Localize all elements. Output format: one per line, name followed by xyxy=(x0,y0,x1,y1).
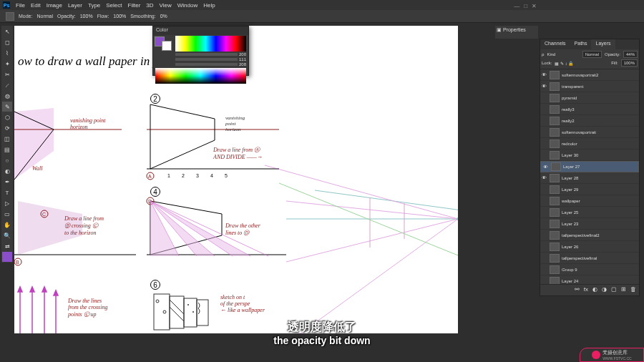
hand-tool-icon[interactable]: ✋ xyxy=(2,220,12,230)
adjustment-icon[interactable]: ◑ xyxy=(602,286,607,294)
layer-row[interactable]: really2 xyxy=(540,115,639,127)
wand-tool-icon[interactable]: ✦ xyxy=(2,59,12,69)
hue-spectrum[interactable] xyxy=(175,36,246,52)
menu-help[interactable]: Help xyxy=(203,2,215,9)
layer-row[interactable]: wallpaper xyxy=(540,195,639,207)
tab-channels[interactable]: Channels xyxy=(540,39,570,49)
layer-row[interactable]: Layer 23 xyxy=(540,218,639,230)
window-maximize-icon[interactable]: □ xyxy=(524,3,527,9)
eraser-tool-icon[interactable]: ◫ xyxy=(2,134,12,144)
menu-3d[interactable]: 3D xyxy=(146,2,153,9)
link-layers-icon[interactable]: ⚯ xyxy=(575,286,580,294)
layers-panel: Channels Paths Layers ρ Kind Normal Opac… xyxy=(540,39,640,296)
svg-marker-6 xyxy=(150,104,215,169)
visibility-icon[interactable]: 👁 xyxy=(542,72,547,77)
zoom-tool-icon[interactable]: 🔍 xyxy=(2,230,12,240)
layer-row[interactable]: Layer 25 xyxy=(540,207,639,218)
fill-input[interactable]: 100% xyxy=(621,59,638,67)
layer-row[interactable]: Group 9 xyxy=(540,264,639,275)
layer-name: Layer 29 xyxy=(562,187,638,192)
menu-type[interactable]: Type xyxy=(88,2,100,9)
window-close-icon[interactable]: ✕ xyxy=(532,3,537,9)
color-slider-2[interactable] xyxy=(175,58,238,61)
layer-list[interactable]: 👁softennovaportrait2👁transparentpyramidr… xyxy=(540,69,639,284)
move-tool-icon[interactable]: ↖ xyxy=(2,26,12,36)
window-minimize-icon[interactable]: — xyxy=(514,3,519,9)
gradient-tool-icon[interactable]: ▤ xyxy=(2,145,12,155)
visibility-icon[interactable]: 👁 xyxy=(542,84,547,89)
layer-opacity-input[interactable]: 44% xyxy=(623,51,638,58)
tab-paths[interactable]: Paths xyxy=(570,39,592,49)
flow-value[interactable]: 100% xyxy=(113,14,126,19)
history-tool-icon[interactable]: ⟳ xyxy=(2,123,12,133)
layer-row[interactable]: 👁transparent xyxy=(540,81,639,92)
menu-edit[interactable]: Edit xyxy=(31,2,41,9)
lock-icons[interactable]: ▦ ✎ ↕ 🔒 xyxy=(555,61,573,66)
menu-view[interactable]: View xyxy=(160,2,172,9)
layer-row[interactable]: 👁Layer 28 xyxy=(540,172,639,184)
eyedropper-tool-icon[interactable]: ⟋ xyxy=(2,80,12,90)
menu-file[interactable]: File xyxy=(16,2,25,9)
layer-thumbnail xyxy=(550,208,560,217)
svg-text:3: 3 xyxy=(196,173,199,178)
group-icon[interactable]: ▢ xyxy=(611,286,617,294)
layer-thumbnail xyxy=(550,140,560,148)
menu-window[interactable]: Window xyxy=(177,2,197,9)
heal-tool-icon[interactable]: ◍ xyxy=(2,91,12,101)
pen-tool-icon[interactable]: ✒ xyxy=(2,177,12,187)
dodge-tool-icon[interactable]: ◐ xyxy=(2,166,12,176)
path-tool-icon[interactable]: ▷ xyxy=(2,198,12,208)
layer-row[interactable]: tallperspectivefinal xyxy=(540,253,639,264)
layer-row[interactable]: Layer 26 xyxy=(540,241,639,253)
menu-filter[interactable]: Filter xyxy=(128,2,141,9)
color-picker-area[interactable] xyxy=(155,68,246,84)
layer-name: softennovaportrait xyxy=(562,130,638,134)
brush-tool-icon[interactable]: ✎ xyxy=(2,102,12,112)
mask-icon[interactable]: ◐ xyxy=(592,286,597,294)
layer-row[interactable]: Layer 29 xyxy=(540,184,639,195)
crop-tool-icon[interactable]: ✂ xyxy=(2,69,12,79)
layer-row[interactable]: Layer 30 xyxy=(540,150,639,161)
fill-label: Fill: xyxy=(611,61,618,65)
layer-row[interactable]: redcolor xyxy=(540,138,639,150)
lasso-tool-icon[interactable]: ⌇ xyxy=(2,48,12,58)
layer-row[interactable]: Layer 24 xyxy=(540,275,639,284)
layer-row[interactable]: 👁softennovaportrait2 xyxy=(540,69,639,81)
fx-icon[interactable]: fx xyxy=(584,286,588,294)
brush-preset-icon[interactable] xyxy=(6,12,14,21)
stamp-tool-icon[interactable]: ⬡ xyxy=(2,112,12,122)
subtitle-en: the opacity bit down xyxy=(273,335,370,346)
shape-tool-icon[interactable]: ▭ xyxy=(2,209,12,219)
blend-select[interactable]: Normal xyxy=(582,51,602,58)
mode-select[interactable]: Normal xyxy=(36,14,53,19)
layer-row[interactable]: softennovaportrait xyxy=(540,127,639,138)
background-color-swatch[interactable] xyxy=(162,41,172,51)
visibility-icon[interactable]: 👁 xyxy=(543,165,549,170)
color-panel[interactable]: Color 200 111 208 xyxy=(152,26,249,76)
visibility-icon[interactable]: 👁 xyxy=(542,175,547,180)
delete-layer-icon[interactable]: 🗑 xyxy=(630,286,636,294)
note-wall: Wall xyxy=(32,165,42,172)
layer-row[interactable]: really3 xyxy=(540,104,639,115)
color-slider-3[interactable] xyxy=(175,63,238,66)
opacity-value[interactable]: 100% xyxy=(80,14,93,19)
color-slider-1[interactable] xyxy=(175,53,238,56)
properties-panel[interactable]: ▣ Properties xyxy=(495,26,538,39)
swap-color-icon[interactable]: ⇄ xyxy=(2,241,12,251)
marquee-tool-icon[interactable]: ◻ xyxy=(2,37,12,47)
layer-row[interactable]: 👁Layer 27 xyxy=(540,161,639,172)
foreground-swatch[interactable] xyxy=(2,252,12,262)
layer-row[interactable]: pyramid xyxy=(540,92,639,104)
tab-layers[interactable]: Layers xyxy=(591,39,615,49)
blur-tool-icon[interactable]: ○ xyxy=(2,155,12,165)
menu-layer[interactable]: Layer xyxy=(68,2,82,9)
svg-point-48 xyxy=(187,304,189,305)
note-step6a: Draw the lines from the crossing points … xyxy=(68,298,107,318)
menu-select[interactable]: Select xyxy=(106,2,122,9)
smoothing-value[interactable]: 0% xyxy=(160,14,167,19)
menu-image[interactable]: Image xyxy=(47,2,62,9)
layer-name: pyramid xyxy=(562,96,638,100)
text-tool-icon[interactable]: T xyxy=(2,187,12,197)
new-layer-icon[interactable]: ⊞ xyxy=(621,286,626,294)
layer-row[interactable]: tallperspectivefinal2 xyxy=(540,230,639,241)
